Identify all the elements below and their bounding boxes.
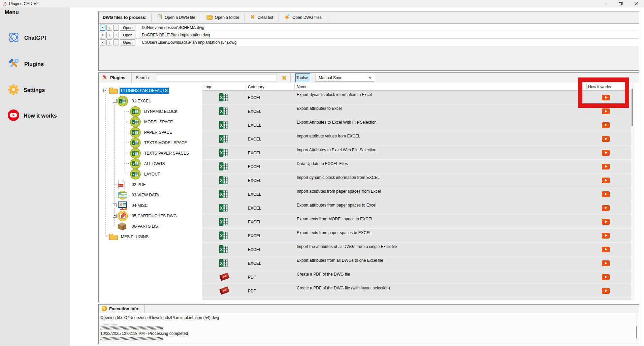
move-up-button[interactable]: ↑ [113,25,119,31]
play-video-button[interactable] [602,122,610,128]
plugin-row[interactable]: XEXCELImport dynamic block information f… [202,174,631,187]
excel-logo-icon: X [219,134,229,144]
close-button[interactable] [629,0,644,7]
plugin-category: EXCEL [248,192,261,197]
maximize-button[interactable] [613,0,629,7]
scrollbar-thumb[interactable] [632,89,633,126]
execution-scrollbar[interactable] [636,314,637,342]
tree-item[interactable]: xTEXTS PAPER SPACES [99,148,202,158]
plugin-row[interactable]: XEXCELExport attributes to Excel [202,104,631,118]
column-header-how-it-works: How it works [588,85,611,89]
move-down-button[interactable]: ↓ [106,39,112,45]
open-dwg-files-button[interactable]: Open DWG files [279,12,327,23]
tree-item[interactable]: 06-PARTS LIST [99,221,202,231]
tree-expander[interactable]: - [113,99,117,103]
svg-text:x: x [133,120,134,124]
plugin-name: Export texts from MODEL space to EXCEL [297,217,374,221]
svg-text:x: x [133,141,134,145]
scrollbar-thumb[interactable] [636,326,637,338]
tree-item[interactable]: -x01-EXCEL [99,96,202,106]
open-file-button[interactable]: Open [120,39,135,45]
tree-item[interactable]: xDYNAMIC BLOCK [99,106,202,117]
sidebar-item-settings[interactable]: Settings [7,84,45,97]
window-title: Plugins-CAD-V2 [9,1,38,6]
tree-connector [124,153,129,153]
open-file-button[interactable]: Open [120,32,135,38]
tree-item[interactable]: +04-MISC [99,200,202,211]
tree-item[interactable]: +05-CARTOUCHES DWG [99,211,202,221]
tree-item-label: MES PLUGINS [120,234,150,240]
pdf-logo-icon: pdf [219,272,230,282]
clear-x-icon [250,14,255,20]
tree-item[interactable]: -PLUGINS PAR DEFAUTS [99,85,202,96]
tree-connector [124,111,129,112]
play-video-button[interactable] [602,191,610,197]
file-path: D:\GRENOBLE\Plan implantation.dwg [139,33,210,37]
tree-expander[interactable]: - [103,89,107,92]
plugin-row[interactable]: XEXCELExport Attributes to Excel With Fi… [202,118,631,132]
tree-item[interactable]: PDF02-PDF [99,179,202,190]
table-scrollbar[interactable] [631,83,634,300]
clear-list-button[interactable]: Clear list [245,12,279,23]
sidebar-item-chatgpt[interactable]: AI ChatGPT [7,31,47,45]
plugin-row[interactable]: XEXCELExport attributes from paper space… [202,201,631,215]
play-video-button[interactable] [602,136,610,142]
log-line: ////////////////////////////////////////… [100,336,635,342]
plugin-row[interactable]: XEXCELData Update to EXCEL Files [202,160,631,174]
pdf-logo-icon: pdf [219,300,230,300]
open-dwg-file-button[interactable]: Open a DWG file [152,12,201,23]
plugin-row[interactable]: XEXCELImport the attributes of all DWGs … [202,243,631,256]
play-video-button[interactable] [602,178,610,183]
play-video-button[interactable] [602,288,610,294]
sidebar-item-plugins[interactable]: Plugins [7,57,44,71]
tree-item[interactable]: xMODEL SPACE [99,117,202,127]
search-input[interactable] [157,74,277,82]
svg-text:X: X [220,109,223,114]
clear-search-button[interactable] [282,75,287,81]
plugin-row[interactable]: XEXCELExport texts from paper spaces to … [202,229,631,243]
open-folder-button[interactable]: Open a folder [201,12,245,23]
plugin-row[interactable]: pdfPDFPrint the DWG into multiple PDFs [202,298,631,300]
open-file-button[interactable]: Open [120,25,135,31]
plugin-name: Import attribute values from EXCEL [297,134,360,138]
plugin-row[interactable]: XEXCELExport dynamic block information t… [202,91,631,104]
play-video-button[interactable] [602,95,610,100]
move-down-button[interactable]: ↓ [106,25,112,31]
sidebar-item-how-it-works[interactable]: How it works [7,109,57,123]
play-video-button[interactable] [602,233,610,239]
play-video-button[interactable] [602,247,610,252]
tree-item[interactable]: xALL DWGS [99,158,202,169]
play-video-button[interactable] [602,205,610,211]
tree-item[interactable]: xTEXTS MODEL SPACE [99,137,202,148]
plugin-row[interactable]: XEXCELImport attributes from paper space… [202,187,631,201]
tree-item[interactable]: MES PLUGINS [99,231,202,242]
plugin-row[interactable]: XEXCELExport attributes from all DWGs to… [202,256,631,270]
minimize-button[interactable] [598,0,613,7]
play-video-button[interactable] [602,260,610,266]
tree-item[interactable]: xLAYOUT [99,169,202,179]
tree-expander[interactable]: + [113,214,117,218]
tree-item[interactable]: 03-VIEW DATA [99,190,202,200]
play-video-button[interactable] [602,150,610,156]
tools-dropdown-button[interactable]: Tools [295,73,310,82]
remove-file-button[interactable]: x [100,32,105,38]
remove-file-button[interactable]: x [100,25,105,31]
save-mode-combobox[interactable]: Manual Save [316,74,374,82]
plugin-row[interactable]: XEXCELImport attribute values from EXCEL [202,132,631,146]
plugin-row[interactable]: XEXCELExport texts from MODEL space to E… [202,215,631,229]
log-line: Opening file: C:\Users\user\Downloads\Pl… [100,315,635,321]
plugin-row[interactable]: XEXCELImport Attributes to Excel With Fi… [202,146,631,160]
remove-file-button[interactable]: x [100,39,105,45]
move-up-button[interactable]: ↑ [113,39,119,45]
tree-expander[interactable]: + [113,203,117,207]
plugin-row[interactable]: pdfPDFCreate a PDF of the DWG file (with… [202,284,631,298]
move-down-button[interactable]: ↓ [106,32,112,38]
plugin-category: EXCEL [248,95,261,100]
plugin-row[interactable]: pdfPDFCreate a PDF of the DWG file [202,270,631,284]
play-video-button[interactable] [602,219,610,225]
play-video-button[interactable] [602,274,610,280]
play-video-button[interactable] [602,108,610,114]
tree-item[interactable]: xPAPER SPACE [99,127,202,137]
play-video-button[interactable] [602,164,610,169]
move-up-button[interactable]: ↑ [113,32,119,38]
